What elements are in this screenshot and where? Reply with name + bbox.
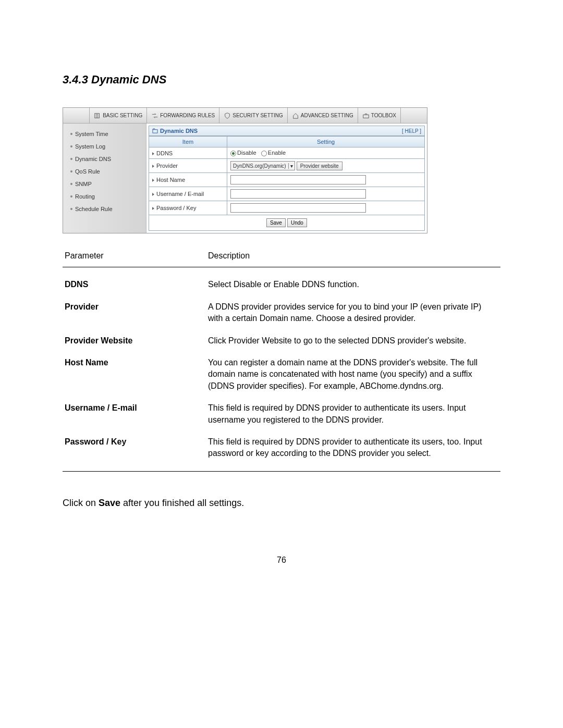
save-button[interactable]: Save — [266, 218, 286, 227]
param-name: Password / Key — [63, 431, 206, 471]
tab-label: TOOLBOX — [371, 113, 396, 118]
param-name: Provider — [63, 296, 206, 330]
sidebar-item-dynamic-dns[interactable]: Dynamic DNS — [63, 153, 146, 165]
triangle-icon — [152, 152, 154, 155]
sidebar-item-routing[interactable]: Routing — [63, 190, 146, 203]
radio-enable[interactable] — [261, 151, 267, 156]
password-input[interactable] — [230, 203, 366, 213]
provider-select[interactable]: DynDNS.org(Dynamic) ▾ — [230, 161, 295, 170]
sidebar-item-label: Schedule Rule — [75, 206, 113, 212]
bullet-icon — [70, 208, 72, 210]
bullet-icon — [70, 158, 72, 160]
provider-cell: DynDNS.org(Dynamic) ▾ Provider website — [227, 159, 425, 173]
sidebar-item-label: QoS Rule — [75, 168, 100, 175]
toolbox-icon — [362, 112, 370, 119]
tab-label: ADVANCED SETTING — [301, 113, 353, 118]
panel-header: Dynamic DNS [ HELP ] — [149, 126, 425, 136]
sidebar-item-label: Dynamic DNS — [75, 156, 111, 162]
router-ui-screenshot: BASIC SETTING FORWARDING RULES SECURITY … — [63, 107, 427, 233]
gear-house-icon — [292, 112, 299, 119]
bullet-icon — [70, 195, 72, 198]
param-name: Provider Website — [63, 330, 206, 352]
sidebar-item-label: System Log — [75, 143, 105, 150]
sidebar-item-schedule-rule[interactable]: Schedule Rule — [63, 203, 146, 215]
parameter-description-table: Parameter Description DDNSSelect Disable… — [63, 249, 500, 472]
row-label-username: Username / E-mail — [149, 187, 227, 201]
row-label-provider: Provider — [149, 159, 227, 173]
radio-label: Enable — [268, 150, 286, 156]
tab-basic-setting[interactable]: BASIC SETTING — [89, 108, 147, 123]
select-value: DynDNS.org(Dynamic) — [233, 163, 286, 169]
folder-icon — [152, 128, 158, 134]
param-desc: This field is required by DDNS provider … — [206, 431, 500, 471]
param-name: Host Name — [63, 352, 206, 397]
param-name: Username / E-mail — [63, 397, 206, 431]
tab-advanced-setting[interactable]: ADVANCED SETTING — [288, 108, 358, 123]
row-label-ddns: DDNS — [149, 147, 227, 159]
triangle-icon — [152, 179, 154, 182]
param-desc: Click Provider Website to go to the sele… — [206, 330, 500, 352]
param-desc: Select Disable or Enable DDNS function. — [206, 274, 500, 295]
col-header-item: Item — [149, 137, 227, 147]
param-name: DDNS — [63, 274, 206, 295]
tab-forwarding-rules[interactable]: FORWARDING RULES — [147, 108, 219, 123]
provider-website-button[interactable]: Provider website — [297, 162, 342, 170]
hostname-input[interactable] — [230, 175, 366, 184]
settings-table: Item Setting DDNS Disable Enable Provide… — [149, 136, 425, 215]
shield-icon — [224, 112, 231, 119]
sidebar-item-label: SNMP — [75, 181, 92, 187]
username-input[interactable] — [230, 189, 366, 199]
arrows-icon — [151, 112, 158, 119]
sidebar-item-qos-rule[interactable]: QoS Rule — [63, 165, 146, 178]
help-link[interactable]: [ HELP ] — [402, 128, 421, 134]
bullet-icon — [70, 170, 72, 172]
radio-label: Disable — [237, 150, 256, 156]
triangle-icon — [152, 207, 154, 210]
sidebar-item-snmp[interactable]: SNMP — [63, 178, 146, 190]
button-row: Save Undo — [149, 215, 425, 231]
svg-rect-2 — [153, 129, 157, 132]
sidebar: System Time System Log Dynamic DNS QoS R… — [63, 124, 146, 233]
row-label-password: Password / Key — [149, 201, 227, 215]
radio-disable[interactable] — [230, 151, 236, 156]
tab-label: FORWARDING RULES — [160, 113, 215, 118]
sidebar-item-label: Routing — [75, 193, 95, 200]
sidebar-item-system-log[interactable]: System Log — [63, 140, 146, 153]
triangle-icon — [152, 165, 154, 168]
panel-title-text: Dynamic DNS — [160, 128, 198, 134]
chevron-down-icon: ▾ — [288, 163, 295, 169]
header-description: Description — [206, 249, 500, 267]
footer-note: Click on Save after you finished all set… — [63, 498, 500, 509]
param-desc: A DDNS provider provides service for you… — [206, 296, 500, 330]
undo-button[interactable]: Undo — [287, 218, 307, 227]
content-area: Dynamic DNS [ HELP ] Item Setting DDNS D… — [146, 124, 427, 233]
row-label-hostname: Host Name — [149, 173, 227, 187]
tab-label: BASIC SETTING — [103, 113, 142, 118]
bullet-icon — [70, 145, 72, 147]
header-parameter: Parameter — [63, 249, 206, 267]
tab-security-setting[interactable]: SECURITY SETTING — [219, 108, 288, 123]
page-number: 76 — [63, 556, 500, 565]
bullet-icon — [70, 133, 72, 135]
sidebar-item-label: System Time — [75, 131, 108, 137]
section-title: 3.4.3 Dynamic DNS — [63, 73, 500, 87]
tab-label: SECURITY SETTING — [232, 113, 283, 118]
param-desc: This field is required by DDNS provider … — [206, 397, 500, 431]
triangle-icon — [152, 193, 154, 196]
param-desc: You can register a domain name at the DD… — [206, 352, 500, 397]
sidebar-item-system-time[interactable]: System Time — [63, 128, 146, 140]
svg-rect-1 — [363, 115, 369, 118]
notebook-icon — [94, 112, 101, 119]
col-header-setting: Setting — [227, 137, 425, 147]
ddns-radio-cell: Disable Enable — [227, 147, 425, 159]
top-tabs: BASIC SETTING FORWARDING RULES SECURITY … — [63, 108, 427, 124]
tab-toolbox[interactable]: TOOLBOX — [358, 108, 401, 123]
bullet-icon — [70, 183, 72, 185]
